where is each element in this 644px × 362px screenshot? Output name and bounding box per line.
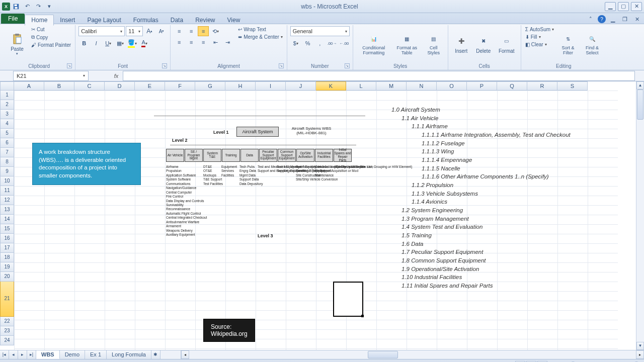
col-header-J[interactable]: J [286, 81, 316, 90]
row-header-19[interactable]: 19 [0, 262, 14, 272]
col-header-N[interactable]: N [407, 81, 437, 90]
row-header-14[interactable]: 14 [0, 215, 14, 224]
hscroll-right-icon[interactable]: ▸ [636, 350, 644, 359]
qat-save-icon[interactable] [11, 2, 21, 12]
tab-formulas[interactable]: Formulas [127, 15, 165, 25]
active-cell[interactable] [333, 282, 363, 317]
scroll-up-icon[interactable]: ▲ [636, 81, 644, 89]
hscroll-left-icon[interactable]: ◂ [181, 350, 189, 359]
grow-font-button[interactable]: A▴ [144, 26, 155, 36]
file-tab[interactable]: File [1, 14, 25, 24]
help-icon[interactable]: ? [598, 15, 606, 23]
cut-button[interactable]: ✂Cut [30, 26, 72, 33]
name-box[interactable]: K21▾ [13, 71, 89, 81]
minimize-button[interactable]: ▁ [605, 2, 616, 11]
merge-center-button[interactable]: ⬌Merge & Center▾ [237, 34, 284, 40]
find-select-button[interactable]: 🔍Find & Select [581, 26, 603, 62]
align-top-button[interactable]: ≡ [174, 26, 185, 36]
col-header-F[interactable]: F [165, 81, 195, 90]
col-header-B[interactable]: B [44, 81, 74, 90]
row-header-15[interactable]: 15 [0, 224, 14, 234]
horizontal-scrollbar[interactable]: ◂ ▸ [181, 350, 644, 359]
row-header-23[interactable]: 23 [0, 326, 14, 336]
align-left-button[interactable]: ≡ [174, 37, 185, 47]
col-header-A[interactable]: A [14, 81, 44, 90]
col-header-E[interactable]: E [135, 81, 165, 90]
decrease-decimal-button[interactable]: ←.00 [339, 38, 350, 48]
sheet-tab-long-formula[interactable]: Long Formula [107, 350, 151, 359]
row-header-11[interactable]: 11 [0, 186, 14, 196]
sort-filter-button[interactable]: ⇅Sort & Filter [557, 26, 579, 62]
indent-decrease-button[interactable]: ⇤ [210, 37, 221, 47]
sheet-tab-ex-1[interactable]: Ex 1 [85, 350, 107, 359]
row-header-22[interactable]: 22 [0, 317, 14, 326]
workbook-restore-icon[interactable]: ❐ [620, 14, 630, 24]
hscroll-thumb[interactable] [368, 351, 398, 358]
copy-button[interactable]: ⧉Copy [30, 34, 72, 41]
format-as-table-button[interactable]: ▦Format as Table [393, 26, 421, 62]
autosum-button[interactable]: ΣAutoSum▾ [524, 26, 555, 33]
percent-button[interactable]: % [302, 38, 313, 48]
col-header-D[interactable]: D [105, 81, 135, 90]
align-middle-button[interactable]: ≡ [186, 26, 197, 36]
row-header-12[interactable]: 12 [0, 196, 14, 205]
fill-button[interactable]: ⬇Fill▾ [524, 34, 555, 40]
bold-button[interactable]: B [78, 38, 90, 48]
number-format-combo[interactable]: General▾ [290, 26, 350, 36]
tab-review[interactable]: Review [189, 15, 221, 25]
col-header-R[interactable]: R [527, 81, 557, 90]
row-header-24[interactable]: 24 [0, 336, 14, 345]
close-button[interactable]: ✕ [631, 2, 642, 11]
row-header-1[interactable]: 1 [0, 90, 14, 100]
insert-cells-button[interactable]: ➕Insert [451, 26, 471, 62]
row-header-21[interactable]: 21 [0, 282, 14, 317]
sheet-nav-prev[interactable]: ◂ [9, 350, 18, 359]
maximize-button[interactable]: ▢ [618, 2, 629, 11]
select-all-corner[interactable] [0, 81, 14, 90]
scroll-thumb[interactable] [637, 89, 643, 120]
tab-data[interactable]: Data [165, 15, 189, 25]
row-header-13[interactable]: 13 [0, 205, 14, 215]
clipboard-launcher[interactable]: ↘ [67, 63, 72, 68]
scroll-down-icon[interactable]: ▼ [636, 342, 644, 350]
col-header-S[interactable]: S [557, 81, 588, 90]
row-header-4[interactable]: 4 [0, 119, 14, 129]
col-header-L[interactable]: L [346, 81, 376, 90]
row-header-9[interactable]: 9 [0, 167, 14, 176]
orientation-button[interactable]: ⟲▾ [210, 26, 221, 36]
font-color-button[interactable]: A▾ [139, 38, 150, 48]
col-header-O[interactable]: O [437, 81, 467, 90]
vertical-scrollbar[interactable]: ▲ ▼ [636, 81, 644, 350]
workbook-close-icon[interactable]: ✕ [632, 14, 642, 24]
alignment-launcher[interactable]: ↘ [279, 63, 284, 68]
tab-view[interactable]: View [221, 15, 247, 25]
align-bottom-button[interactable]: ≡ [198, 26, 209, 36]
fill-color-button[interactable]: 🪣▾ [127, 38, 138, 48]
col-header-I[interactable]: I [256, 81, 286, 90]
sheet-tab-demo[interactable]: Demo [60, 350, 85, 359]
workbook-minimize-icon[interactable]: ▁ [608, 14, 618, 24]
format-cells-button[interactable]: ▭Format [496, 26, 518, 62]
conditional-formatting-button[interactable]: 📊Conditional Formatting [356, 26, 391, 62]
tab-insert[interactable]: Insert [54, 15, 81, 25]
delete-cells-button[interactable]: ✖Delete [473, 26, 494, 62]
formula-bar[interactable] [123, 71, 635, 81]
row-header-2[interactable]: 2 [0, 100, 14, 110]
clear-button[interactable]: ◧Clear▾ [524, 41, 555, 48]
accounting-button[interactable]: $▾ [290, 38, 301, 48]
tab-home[interactable]: Home [25, 15, 54, 26]
paste-button[interactable]: Paste▾ [6, 26, 28, 62]
new-sheet-button[interactable]: ✱ [151, 350, 160, 359]
row-header-18[interactable]: 18 [0, 253, 14, 262]
row-header-10[interactable]: 10 [0, 176, 14, 186]
row-header-7[interactable]: 7 [0, 148, 14, 157]
row-header-20[interactable]: 20 [0, 272, 14, 282]
sheet-nav-first[interactable]: |◂ [0, 350, 9, 359]
align-center-button[interactable]: ≡ [186, 37, 197, 47]
row-header-6[interactable]: 6 [0, 138, 14, 148]
qat-undo-icon[interactable]: ↶ [22, 2, 32, 12]
format-painter-button[interactable]: 🖌Format Painter [30, 42, 72, 48]
underline-button[interactable]: U▾ [103, 38, 114, 48]
cell-styles-button[interactable]: ▤Cell Styles [423, 26, 445, 62]
col-header-Q[interactable]: Q [497, 81, 527, 90]
